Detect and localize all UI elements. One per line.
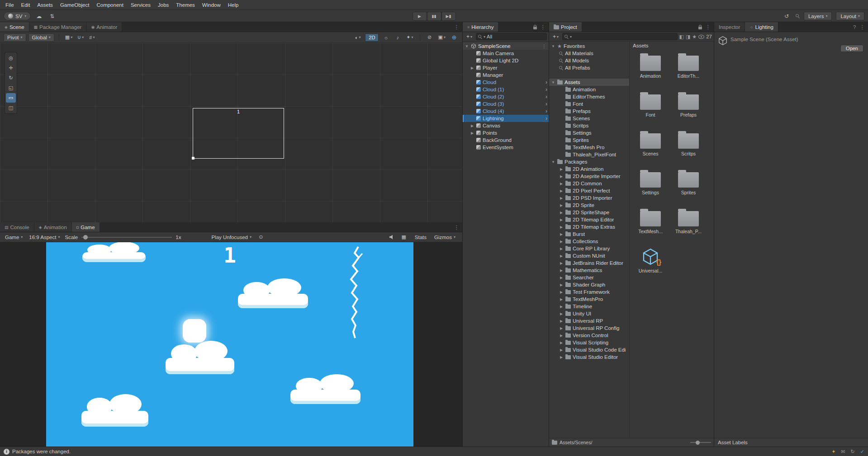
expander-icon[interactable]: ▶ — [559, 290, 564, 294]
effects-dropdown[interactable]: ✦▾ — [405, 33, 414, 42]
hierarchy-item[interactable]: ▶ Cloud (3) › — [463, 100, 549, 108]
expander-icon[interactable]: ▶ — [559, 247, 564, 251]
debug-icon[interactable]: ⊙ — [256, 233, 266, 241]
project-folder-item[interactable]: ▶ EditorThemes — [549, 93, 629, 100]
package-item[interactable]: ▶ 2D Common — [549, 180, 629, 187]
package-item[interactable]: ▶ 2D Sprite — [549, 202, 629, 209]
package-item[interactable]: ▶ 2D Aseprite Importer — [549, 173, 629, 180]
tab[interactable]: ☼ Lighting — [745, 22, 778, 32]
project-folder-item[interactable]: ▶ Scenes — [549, 115, 629, 122]
asset-grid-item[interactable]: {} Animation — [632, 53, 669, 79]
grid-visibility-dropdown[interactable]: ▦▾ — [64, 33, 74, 42]
undo-history-icon[interactable]: ↺ — [782, 12, 792, 20]
project-folder-item[interactable]: ▶ Font — [549, 100, 629, 108]
expander-icon[interactable]: ▶ — [559, 276, 564, 280]
expander-icon[interactable]: ▶ — [559, 305, 564, 309]
package-item[interactable]: ▶ Visual Studio Code Edi — [549, 346, 629, 353]
package-item[interactable]: ▶ Custom NUnit — [549, 252, 629, 259]
package-item[interactable]: ▶ 2D PSD Importer — [549, 194, 629, 202]
hierarchy-item[interactable]: ▶ BackGround › — [463, 136, 549, 144]
package-item[interactable]: ▶ 2D Animation — [549, 165, 629, 173]
hierarchy-item[interactable]: ▶ EventSystem › — [463, 144, 549, 151]
slider-knob[interactable] — [83, 235, 88, 240]
game-screen[interactable]: 1 — [46, 242, 413, 447]
expander-icon[interactable]: ▶ — [559, 355, 564, 359]
version-control-button[interactable]: SV ▾ — [4, 12, 31, 20]
scene-menu-icon[interactable]: ⋮ — [542, 44, 549, 49]
search-icon[interactable] — [796, 14, 800, 18]
menu-item[interactable]: Component — [93, 2, 127, 8]
expander-icon[interactable]: ▶ — [559, 348, 564, 352]
global-dropdown[interactable]: Global▾ — [28, 33, 54, 42]
asset-grid-item[interactable]: {} EditorTh... — [670, 53, 707, 79]
asset-grid-item[interactable]: {} Scenes — [632, 131, 669, 156]
asset-grid-item[interactable]: {} TextMesh... — [632, 209, 669, 234]
hierarchy-item[interactable]: ▶ Canvas › — [463, 122, 549, 129]
panel-menu-icon[interactable]: ⋮ — [706, 24, 711, 30]
panel-menu-icon[interactable]: ⋮ — [454, 224, 460, 230]
camera-settings-dropdown[interactable]: ▣▾ — [437, 33, 447, 42]
menu-item[interactable]: GameObject — [57, 2, 93, 8]
project-folder-item[interactable]: ▶ Thaleah_PixelFont — [549, 151, 629, 158]
spark-icon[interactable]: ✦ — [831, 449, 835, 455]
tab-project[interactable]: Project — [549, 22, 582, 32]
menu-item[interactable]: File — [2, 2, 18, 8]
favorites-root[interactable]: ▼ ★ Favorites — [549, 42, 629, 50]
hierarchy-item[interactable]: ▶ Manager › — [463, 71, 549, 79]
hierarchy-item[interactable]: ▶ Points › — [463, 129, 549, 136]
sync-icon[interactable]: ⇅ — [47, 12, 57, 20]
menu-item[interactable]: Window — [199, 2, 224, 8]
panel-menu-icon[interactable]: ⋮ — [541, 24, 546, 30]
expander-icon[interactable]: ▶ — [559, 240, 564, 244]
asset-grid-item[interactable]: {} Thaleah_P... — [670, 209, 707, 234]
tab-hierarchy[interactable]: ≡ Hierarchy — [463, 22, 498, 32]
expander-icon[interactable]: ▶ — [559, 268, 564, 273]
add-object-button[interactable]: +▾ — [465, 33, 474, 40]
rect-tool-button[interactable]: ▭ — [6, 93, 16, 103]
menu-item[interactable]: Help — [224, 2, 242, 8]
save-search-icon[interactable]: ★ — [692, 34, 697, 40]
stats-button[interactable]: Stats — [413, 235, 428, 240]
package-item[interactable]: ▶ Collections — [549, 238, 629, 245]
expander-icon[interactable]: ▶ — [559, 312, 564, 316]
expander-icon[interactable]: ▶ — [470, 66, 474, 70]
status-message[interactable]: Packages were changed. — [12, 449, 71, 454]
selection-rect-gizmo[interactable]: 1 — [193, 108, 284, 159]
tab[interactable]: ◈ Animation — [34, 222, 72, 232]
package-item[interactable]: ▶ 2D Tilemap Extras — [549, 223, 629, 230]
expander-icon[interactable]: ▶ — [559, 196, 564, 200]
package-item[interactable]: ▶ 2D SpriteShape — [549, 209, 629, 216]
package-item[interactable]: ▶ Core RP Library — [549, 245, 629, 252]
scale-tool-button[interactable]: ◱ — [6, 83, 16, 93]
panel-menu-icon[interactable]: ⋮ — [454, 24, 460, 30]
expander-icon[interactable]: ▶ — [559, 232, 564, 236]
assets-root[interactable]: ▼ Assets — [549, 79, 629, 86]
asset-grid-item[interactable]: {} Sprites — [670, 170, 707, 195]
expander-icon[interactable]: ▶ — [559, 167, 564, 171]
layers-dropdown[interactable]: Layers▾ — [804, 12, 832, 20]
asset-labels-footer[interactable]: Asset Labels — [714, 438, 868, 447]
hierarchy-item[interactable]: ▶ Player › — [463, 64, 549, 71]
refresh-icon[interactable]: ↻ — [851, 449, 855, 455]
expander-icon[interactable]: ▼ — [551, 160, 555, 164]
tab[interactable]: Inspector — [714, 22, 745, 32]
prefab-open-icon[interactable]: › — [545, 115, 547, 122]
play-button[interactable]: ▶ — [413, 12, 427, 21]
snap-settings-dropdown[interactable]: ∪▾ — [76, 33, 85, 42]
package-item[interactable]: ▶ Visual Studio Editor — [549, 353, 629, 361]
package-item[interactable]: ▶ Test Framework — [549, 288, 629, 296]
asset-grid-item[interactable]: {} Prefaps — [670, 92, 707, 118]
lock-icon[interactable] — [533, 27, 537, 29]
project-folder-item[interactable]: ▶ Prefaps — [549, 108, 629, 115]
mute-audio-icon[interactable] — [389, 235, 394, 240]
package-item[interactable]: ▶ 2D Pixel Perfect — [549, 187, 629, 194]
layout-dropdown[interactable]: Layout▾ — [836, 12, 864, 20]
scene-lighting-icon[interactable]: ☼ — [381, 33, 390, 42]
grid-snap-dropdown[interactable]: #▾ — [87, 33, 96, 42]
expander-icon[interactable]: ▶ — [559, 341, 564, 345]
expander-icon[interactable]: ▶ — [559, 203, 564, 207]
step-button[interactable]: ▶▮ — [441, 12, 456, 21]
open-button[interactable]: Open — [840, 45, 863, 52]
menu-item[interactable]: Assets — [33, 2, 57, 8]
expander-icon[interactable]: ▼ — [551, 80, 555, 85]
